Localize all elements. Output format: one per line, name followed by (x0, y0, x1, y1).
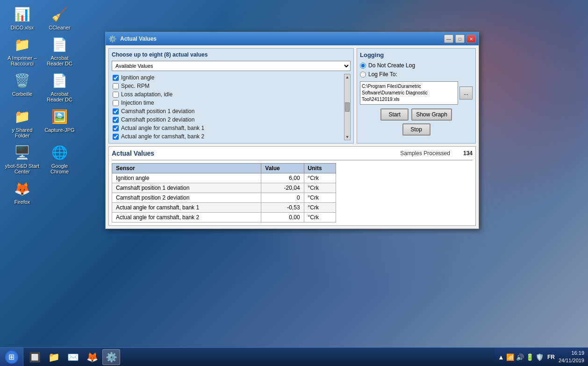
shield-icon: 🛡️ (536, 353, 544, 361)
checkbox-label-1: Spec. RPM (121, 83, 150, 89)
taskbar-clock: 16:19 24/11/2019 (559, 350, 584, 364)
radio-log-file-label: Log File To: (368, 71, 397, 78)
actual-values-title: Actual Values (112, 150, 154, 157)
divider (112, 160, 473, 160)
col-units: Units (304, 164, 336, 173)
checkbox-label-3: Injection time (121, 100, 154, 106)
checkbox-6[interactable] (113, 125, 119, 131)
checkbox-1[interactable] (113, 83, 119, 89)
stop-button[interactable]: Stop (402, 123, 430, 136)
desktop-icon-acrobat[interactable]: 📄 Acrobat Reader DC (42, 35, 77, 66)
taskbar-icon-folder[interactable]: 📁 (45, 349, 63, 365)
taskbar-icons: 🔲 📁 ✉️ 🦊 ⚙️ (23, 348, 494, 366)
dico-label: DICO.xlsx (11, 25, 34, 30)
actual-values-header: Actual Values Samples Processed 134 (112, 150, 473, 157)
checkbox-label-2: Loss adaptation, idle (121, 91, 172, 98)
desktop-icon-firefox[interactable]: 🦊 Firefox (5, 179, 40, 205)
dico-icon: 📊 (13, 5, 32, 23)
logging-title: Logging (360, 51, 473, 58)
checkbox-3[interactable] (113, 100, 119, 106)
volume-icon: 🔊 (516, 353, 524, 361)
radio-log-file-input[interactable] (360, 72, 366, 78)
taskbar-right: ▲ 📶 🔊 🔋 🛡️ FR 16:19 24/11/2019 (494, 348, 588, 366)
desktop-icon-acrobat2[interactable]: 📄 Acrobat Reader DC (42, 71, 77, 102)
choose-label: Choose up to eight (8) actual values (112, 51, 351, 58)
title-bar: ⚙️ Actual Values — □ ✕ (106, 32, 479, 45)
dialog-icon: ⚙️ (108, 35, 116, 43)
checkbox-label-5: Camshaft position 2 deviation (121, 116, 194, 123)
checkbox-2[interactable] (113, 92, 119, 98)
available-values-select[interactable]: Available Values (112, 61, 351, 71)
table-row: Actual angle for camshaft, bank 20,00°Cr… (112, 213, 336, 222)
logging-buttons: Start Show Graph (360, 108, 473, 121)
close-button[interactable]: ✕ (466, 35, 476, 43)
checkbox-4[interactable] (113, 108, 119, 115)
taskbar: ⊞ 🔲 📁 ✉️ 🦊 ⚙️ ▲ 📶 🔊 🔋 🛡️ FR 16:19 24/11/… (0, 347, 588, 366)
table-row: Actual angle for camshaft, bank 1-0,53°C… (112, 203, 336, 213)
checkbox-0[interactable] (113, 75, 119, 81)
right-panel: Logging Do Not Create Log Log File To: .… (357, 48, 476, 144)
sybot-label: ybot-S&D Start Center (5, 163, 40, 174)
radio-no-log-input[interactable] (360, 63, 366, 69)
desktop-icon-dico[interactable]: 📊 DICO.xlsx (5, 5, 40, 30)
actual-values-dialog: ⚙️ Actual Values — □ ✕ Choose up to eigh… (105, 32, 479, 229)
minimize-button[interactable]: — (444, 35, 453, 43)
chrome-icon: 🌐 (50, 143, 69, 162)
browse-button[interactable]: ... (459, 86, 473, 100)
radio-group: Do Not Create Log Log File To: (360, 62, 473, 78)
desktop-icon-sybot[interactable]: 🖥️ ybot-S&D Start Center (5, 143, 40, 174)
radio-no-log-label: Do Not Create Log (368, 62, 415, 69)
checkboxes-area: Ignition angleSpec. RPMLoss adaptation, … (112, 74, 343, 140)
scrollbar-vertical[interactable]: ▲ ▼ (344, 74, 351, 140)
ccleaner-icon: 🧹 (50, 5, 69, 23)
checkbox-label-0: Ignition angle (121, 74, 154, 81)
cell-sensor: Actual angle for camshaft, bank 1 (112, 203, 261, 213)
desktop-icon-chrome[interactable]: 🌐 Google Chrome (42, 143, 77, 174)
checkbox-label-4: Camshaft position 1 deviation (121, 108, 194, 115)
ccleaner-label: CCleaner (49, 25, 70, 30)
taskbar-icon-explorer[interactable]: 🔲 (26, 349, 43, 365)
checkbox-label-6: Actual angle for camshaft, bank 1 (121, 125, 204, 131)
desktop-icon-ccleaner[interactable]: 🧹 CCleaner (42, 5, 77, 30)
dropdown-container: Available Values (112, 61, 351, 71)
cell-units: °Crk (304, 173, 336, 183)
checkbox-item: Ignition angle (112, 74, 343, 81)
imprimer-icon: 📁 (13, 35, 32, 54)
start-button-taskbar[interactable]: ⊞ (0, 348, 23, 366)
left-panel: Choose up to eight (8) actual values Ava… (108, 48, 354, 144)
desktop-icon-sharedfolder[interactable]: 📁 y Shared Folder (5, 107, 40, 138)
show-graph-button[interactable]: Show Graph (411, 108, 452, 121)
checkbox-item: Actual angle for camshaft, bank 1 (112, 124, 343, 132)
desktop-icon-capture[interactable]: 🖼️ Capture-JPG (42, 107, 77, 138)
data-table: Sensor Value Units Ignition angle6,00°Cr… (112, 163, 336, 222)
sharedfolder-label: y Shared Folder (5, 127, 40, 138)
corbeille-label: Corbeille (12, 91, 32, 97)
table-row: Ignition angle6,00°Crk (112, 173, 336, 183)
cell-sensor: Actual angle for camshaft, bank 2 (112, 213, 261, 222)
cell-value: -0,53 (261, 203, 304, 213)
checkbox-7[interactable] (113, 134, 119, 140)
file-path-container: ... (360, 81, 473, 105)
taskbar-icon-firefox[interactable]: 🦊 (83, 349, 101, 365)
battery-icon: 🔋 (526, 353, 534, 361)
taskbar-icon-tool[interactable]: ⚙️ (102, 349, 120, 365)
arrow-up-icon: ▲ (498, 353, 504, 361)
acrobat-label: Acrobat Reader DC (42, 55, 77, 66)
desktop-icon-corbeille[interactable]: 🗑️ Corbeille (5, 71, 40, 102)
desktop-icon-imprimer[interactable]: 📁 A Imprimer – Raccourci (5, 35, 40, 66)
checkbox-item: Spec. RPM (112, 82, 343, 90)
checkbox-5[interactable] (113, 117, 119, 123)
acrobat2-icon: 📄 (50, 71, 69, 90)
radio-log-file: Log File To: (360, 71, 473, 78)
taskbar-icon-mail[interactable]: ✉️ (64, 349, 82, 365)
maximize-button[interactable]: □ (455, 35, 465, 43)
cell-units: °Crk (304, 183, 336, 193)
clock-date: 24/11/2019 (559, 357, 584, 364)
start-button[interactable]: Start (380, 108, 409, 121)
firefox-label: Firefox (14, 199, 30, 205)
file-path-input[interactable] (360, 81, 458, 105)
cell-units: °Crk (304, 213, 336, 222)
cell-sensor: Camshaft position 1 deviation (112, 183, 261, 193)
corbeille-icon: 🗑️ (13, 71, 32, 90)
language-indicator: FR (547, 354, 555, 360)
